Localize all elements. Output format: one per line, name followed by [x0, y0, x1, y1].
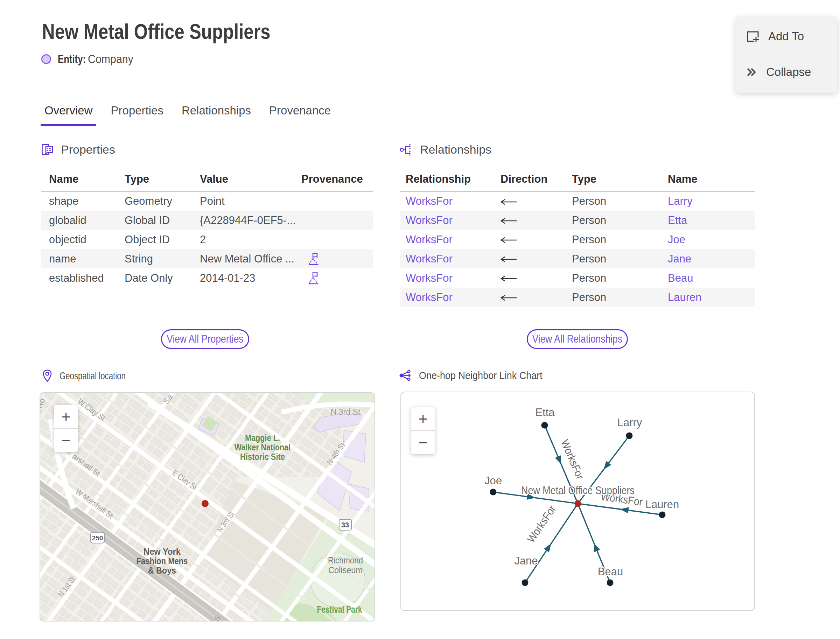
- svg-text:Larry: Larry: [617, 416, 642, 429]
- svg-text:Fashion Mens: Fashion Mens: [137, 556, 188, 566]
- svg-text:Etta: Etta: [535, 406, 555, 418]
- svg-text:Coliseum: Coliseum: [328, 565, 363, 575]
- svg-text:33: 33: [341, 521, 349, 529]
- svg-text:Lauren: Lauren: [645, 498, 679, 510]
- svg-text:250: 250: [92, 534, 103, 542]
- svg-text:Richmond: Richmond: [328, 555, 363, 565]
- svg-text:Walker National: Walker National: [234, 442, 291, 452]
- svg-text:Beau: Beau: [598, 566, 623, 578]
- svg-text:New Metal Office Suppliers: New Metal Office Suppliers: [521, 484, 635, 497]
- svg-text:Joe: Joe: [484, 475, 502, 487]
- svg-text:Historic Site: Historic Site: [240, 452, 285, 462]
- svg-text:Jane: Jane: [514, 555, 538, 567]
- svg-text:Maggie L.: Maggie L.: [245, 433, 280, 443]
- svg-text:Festival Park: Festival Park: [317, 604, 363, 615]
- svg-text:& Boys: & Boys: [148, 566, 176, 575]
- svg-text:N 3rd St: N 3rd St: [331, 407, 361, 416]
- svg-text:New York: New York: [143, 547, 181, 556]
- svg-text:WorksFor: WorksFor: [558, 438, 586, 481]
- svg-text:WorksFor: WorksFor: [525, 503, 558, 545]
